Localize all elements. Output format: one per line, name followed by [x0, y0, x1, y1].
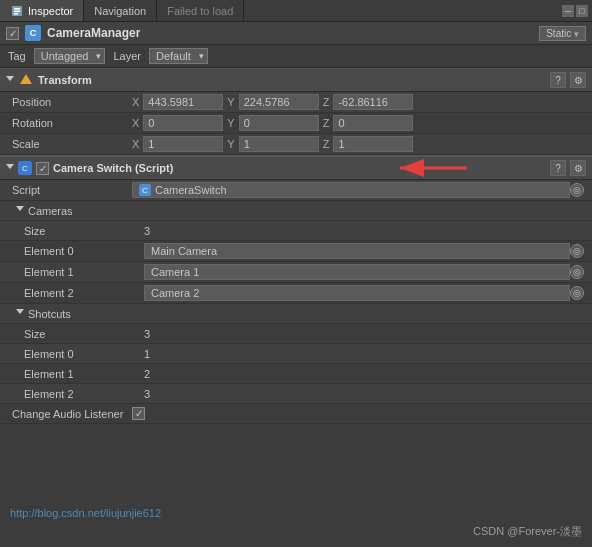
- camera-switch-toggle[interactable]: [6, 164, 14, 173]
- cameras-element0-label: Element 0: [24, 245, 144, 257]
- rotation-row: Rotation X 0 Y 0 Z 0: [0, 113, 592, 134]
- tag-layer-row: Tag Untagged Layer Default: [0, 45, 592, 68]
- position-values: X 443.5981 Y 224.5786 Z -62.86116: [132, 94, 584, 110]
- cameras-toggle[interactable]: [16, 206, 24, 215]
- change-audio-checkbox[interactable]: [132, 407, 145, 420]
- scale-values: X 1 Y 1 Z 1: [132, 136, 584, 152]
- watermark2: CSDN @Forever-淡墨: [473, 524, 582, 539]
- scale-label: Scale: [12, 138, 132, 150]
- transform-icon: [18, 72, 34, 88]
- scale-z-axis: Z: [323, 138, 330, 150]
- cameras-element2-select[interactable]: ◎: [570, 286, 584, 300]
- position-y-input[interactable]: 224.5786: [239, 94, 319, 110]
- tab-navigation[interactable]: Navigation: [84, 0, 157, 21]
- scale-x-axis: X: [132, 138, 139, 150]
- cameras-element2-label: Element 2: [24, 287, 144, 299]
- layer-dropdown[interactable]: Default: [149, 48, 208, 64]
- scale-y-axis: Y: [227, 138, 234, 150]
- svg-rect-3: [14, 13, 18, 15]
- shortcuts-size-value: 3: [144, 328, 150, 340]
- shortcuts-toggle[interactable]: [16, 309, 24, 318]
- position-y-axis: Y: [227, 96, 234, 108]
- cameras-element1-label: Element 1: [24, 266, 144, 278]
- scale-z-input[interactable]: 1: [333, 136, 413, 152]
- camera-switch-checkbox[interactable]: [36, 162, 49, 175]
- transform-actions: ? ⚙: [550, 72, 586, 88]
- maximize-button[interactable]: □: [576, 5, 588, 17]
- watermark: http://blog.csdn.net/liujunjie612: [10, 507, 161, 519]
- cameras-size-row: Size 3: [0, 221, 592, 241]
- layer-label: Layer: [113, 50, 141, 62]
- rotation-x-axis: X: [132, 117, 139, 129]
- red-arrow: [392, 156, 472, 180]
- position-label: Position: [12, 96, 132, 108]
- shortcuts-element1-label: Element 1: [24, 368, 144, 380]
- shortcuts-element0-value: 1: [144, 348, 150, 360]
- cameras-element1-select[interactable]: ◎: [570, 265, 584, 279]
- tag-dropdown[interactable]: Untagged: [34, 48, 106, 64]
- cameras-element1-row: Element 1 Camera 1 ◎: [0, 262, 592, 283]
- minimize-button[interactable]: ─: [562, 5, 574, 17]
- svg-rect-1: [14, 8, 20, 10]
- rotation-z-axis: Z: [323, 117, 330, 129]
- scale-row: Scale X 1 Y 1 Z 1: [0, 134, 592, 155]
- cameras-element1-field[interactable]: Camera 1: [144, 264, 570, 280]
- cameras-element2-row: Element 2 Camera 2 ◎: [0, 283, 592, 304]
- rotation-y-input[interactable]: 0: [239, 115, 319, 131]
- cameras-element0-field[interactable]: Main Camera: [144, 243, 570, 259]
- position-row: Position X 443.5981 Y 224.5786 Z -62.861…: [0, 92, 592, 113]
- tab-inspector-label: Inspector: [28, 5, 73, 17]
- cameras-element0-row: Element 0 Main Camera ◎: [0, 241, 592, 262]
- rotation-y-axis: Y: [227, 117, 234, 129]
- shortcuts-element0-label: Element 0: [24, 348, 144, 360]
- tab-inspector[interactable]: Inspector: [0, 0, 84, 21]
- tab-bar: Inspector Navigation Failed to load ─ □: [0, 0, 592, 22]
- cameras-section-header: Cameras: [0, 201, 592, 221]
- position-z-input[interactable]: -62.86116: [333, 94, 413, 110]
- camera-switch-help-button[interactable]: ?: [550, 160, 566, 176]
- object-name: CameraManager: [47, 26, 140, 40]
- position-x-input[interactable]: 443.5981: [143, 94, 223, 110]
- script-field-icon: C: [139, 184, 151, 196]
- shortcuts-element2-label: Element 2: [24, 388, 144, 400]
- window-controls: ─ □: [562, 5, 592, 17]
- scale-y-input[interactable]: 1: [239, 136, 319, 152]
- script-label: Script: [12, 184, 132, 196]
- transform-section-header: Transform ? ⚙: [0, 68, 592, 92]
- camera-switch-settings-button[interactable]: ⚙: [570, 160, 586, 176]
- cameras-element0-select[interactable]: ◎: [570, 244, 584, 258]
- tab-failed[interactable]: Failed to load: [157, 0, 244, 21]
- cameras-size-label: Size: [24, 225, 144, 237]
- shortcuts-section-header: Shotcuts: [0, 304, 592, 324]
- transform-settings-button[interactable]: ⚙: [570, 72, 586, 88]
- shortcuts-element2-row: Element 2 3: [0, 384, 592, 404]
- rotation-z-input[interactable]: 0: [333, 115, 413, 131]
- cameras-element2-field[interactable]: Camera 2: [144, 285, 570, 301]
- shortcuts-size-row: Size 3: [0, 324, 592, 344]
- shortcuts-element0-row: Element 0 1: [0, 344, 592, 364]
- rotation-x-input[interactable]: 0: [143, 115, 223, 131]
- rotation-label: Rotation: [12, 117, 132, 129]
- object-icon: C: [25, 25, 41, 41]
- cameras-size-value: 3: [144, 225, 150, 237]
- inspector-icon: [10, 4, 24, 18]
- tab-failed-label: Failed to load: [167, 5, 233, 17]
- object-active-checkbox[interactable]: [6, 27, 19, 40]
- shortcuts-element1-value: 2: [144, 368, 150, 380]
- static-button[interactable]: Static ▾: [539, 26, 586, 41]
- change-audio-row: Change Audio Listener: [0, 404, 592, 424]
- script-field[interactable]: C CameraSwitch: [132, 182, 570, 198]
- script-select-button[interactable]: ◎: [570, 183, 584, 197]
- camera-switch-title: Camera Switch (Script): [53, 162, 173, 174]
- rotation-values: X 0 Y 0 Z 0: [132, 115, 584, 131]
- scale-x-input[interactable]: 1: [143, 136, 223, 152]
- position-x-axis: X: [132, 96, 139, 108]
- tag-label: Tag: [8, 50, 26, 62]
- transform-toggle[interactable]: [6, 76, 14, 85]
- camera-switch-header: C Camera Switch (Script) ? ⚙: [0, 155, 592, 180]
- tab-navigation-label: Navigation: [94, 5, 146, 17]
- shortcuts-element1-row: Element 1 2: [0, 364, 592, 384]
- transform-help-button[interactable]: ?: [550, 72, 566, 88]
- camera-switch-icon: C: [18, 161, 32, 175]
- object-header: C CameraManager Static ▾: [0, 22, 592, 45]
